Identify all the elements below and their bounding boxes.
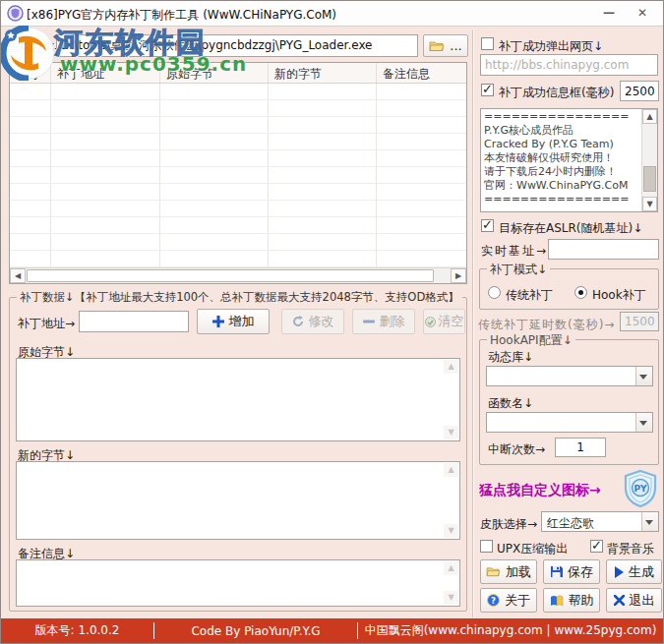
upx-label: UPX压缩输出	[497, 541, 568, 557]
patch-data-group-title: 补丁数据↓【补丁地址最大支持100个、总补丁数据最大支持2048字节、支持OD格…	[17, 290, 462, 305]
dll-combobox[interactable]	[486, 366, 653, 386]
column-header[interactable]: 原始字节	[160, 63, 269, 83]
table-row[interactable]	[10, 201, 466, 217]
exit-button-label: 退出	[630, 592, 655, 610]
about-button[interactable]: ? 关于	[480, 588, 537, 613]
open-folder-icon	[429, 40, 445, 52]
music-checkbox[interactable]	[590, 540, 603, 553]
table-row[interactable]	[10, 234, 466, 251]
horizontal-scroll-thumb[interactable]	[27, 269, 434, 282]
target-path-input[interactable]	[56, 34, 418, 57]
minimize-button[interactable]: —	[594, 1, 624, 26]
close-x-icon	[614, 595, 625, 606]
vertical-scroll-thumb[interactable]	[643, 166, 656, 192]
patch-table-body	[10, 84, 466, 267]
delete-button[interactable]: 删除	[352, 309, 415, 334]
save-button[interactable]: 保存	[543, 559, 600, 584]
scroll-left-icon[interactable]: ◀	[10, 268, 26, 283]
scroll-down-icon[interactable]: ▼	[642, 197, 657, 211]
clear-icon	[425, 317, 436, 327]
book-icon	[550, 595, 564, 607]
custom-icon-label[interactable]: 猛点我自定义图标→	[479, 482, 601, 499]
patch-mode-group: 补丁模式↓ 传统补丁 Hook补丁	[479, 268, 659, 310]
question-mark-icon: ?	[487, 594, 500, 607]
patch-address-input[interactable]	[79, 311, 189, 332]
browse-button[interactable]: ...	[423, 34, 468, 57]
generate-button[interactable]: 生成	[606, 559, 662, 584]
skin-label: 皮肤选择→	[480, 516, 537, 533]
note-textarea[interactable]: ▲▼	[16, 559, 460, 607]
exit-button[interactable]: 退出	[606, 588, 662, 613]
pyg-shield-icon[interactable]: PY	[622, 469, 659, 508]
generate-button-label: 生成	[629, 563, 654, 581]
scroll-up-icon[interactable]: ▲	[444, 561, 458, 575]
table-row[interactable]	[10, 251, 466, 267]
scroll-up-icon[interactable]: ▲	[642, 109, 657, 124]
chevron-down-icon	[639, 375, 647, 383]
aslr-checkbox[interactable]	[481, 219, 494, 232]
add-button[interactable]: 增加	[197, 309, 270, 334]
clear-button[interactable]: 清空	[423, 309, 465, 334]
play-icon	[614, 566, 624, 578]
table-row[interactable]	[10, 84, 466, 100]
skin-combobox[interactable]: 红尘恋歌	[541, 511, 659, 532]
table-row[interactable]	[10, 150, 466, 167]
func-label: 函数名↓	[488, 395, 533, 412]
popup-web-checkbox[interactable]	[481, 37, 494, 50]
column-header[interactable]: 新的字节	[269, 63, 377, 83]
column-header[interactable]: 补丁地址	[51, 63, 160, 83]
scroll-down-icon[interactable]: ▼	[444, 591, 458, 605]
column-header[interactable]: 序号	[10, 63, 51, 83]
close-button[interactable]: ✕	[628, 1, 657, 26]
plus-icon	[212, 316, 224, 327]
upx-checkbox[interactable]	[480, 540, 493, 553]
delete-button-label: 删除	[380, 313, 405, 330]
popup-web-label: 补丁成功弹出网页↓	[499, 38, 603, 55]
column-header[interactable]: 备注信息	[377, 63, 466, 83]
add-button-label: 增加	[229, 313, 255, 330]
patch-table-header: 序号补丁地址原始字节新的字节备注信息	[10, 63, 466, 84]
table-row[interactable]	[10, 100, 466, 117]
scroll-right-icon[interactable]: ▶	[451, 268, 466, 283]
base-address-input[interactable]	[548, 239, 659, 260]
horizontal-scrollbar[interactable]: ◀ ▶	[10, 267, 466, 283]
message-vertical-scrollbar[interactable]: ▲ ▼	[641, 109, 657, 211]
table-row[interactable]	[10, 217, 466, 234]
scroll-up-icon[interactable]: ▲	[444, 463, 458, 477]
modify-button[interactable]: 修改	[281, 309, 344, 334]
hook-patch-radio[interactable]	[574, 286, 587, 299]
url-input[interactable]	[480, 54, 658, 76]
new-bytes-textarea[interactable]: ▲▼	[16, 461, 460, 540]
minus-icon	[363, 316, 375, 327]
music-label: 背景音乐	[607, 541, 654, 557]
hookapi-group-title: HookAPI配置↓	[487, 332, 575, 349]
traditional-patch-radio[interactable]	[488, 286, 501, 299]
chevron-down-icon	[645, 520, 653, 529]
func-combobox[interactable]	[486, 412, 653, 433]
table-row[interactable]	[10, 167, 466, 184]
dll-label: 动态库↓	[488, 349, 533, 366]
patch-mode-group-title: 补丁模式↓	[487, 262, 550, 278]
help-button[interactable]: 帮助	[543, 588, 600, 613]
scroll-down-icon[interactable]: ▼	[444, 524, 458, 538]
base-address-label: 实时基址→	[481, 243, 548, 260]
table-row[interactable]	[10, 117, 466, 134]
chevron-down-icon	[639, 421, 647, 430]
title-bar: [x86]PYG官方内存补丁制作工具 (WwW.CHiNaPYG.CoM) — …	[1, 1, 663, 27]
original-bytes-textarea[interactable]: ▲▼	[16, 358, 460, 441]
load-button-label: 加载	[506, 563, 531, 581]
msgbox-checkbox[interactable]	[481, 84, 494, 96]
load-button[interactable]: 加载	[480, 559, 537, 584]
msgbox-delay-input[interactable]	[620, 81, 659, 101]
skin-combobox-value: 红尘恋歌	[547, 515, 594, 532]
table-row[interactable]	[10, 134, 466, 150]
break-count-label: 中断次数→	[488, 441, 545, 458]
scroll-down-icon[interactable]: ▼	[444, 426, 458, 439]
break-count-input[interactable]	[555, 438, 606, 457]
patch-table[interactable]: 序号补丁地址原始字节新的字节备注信息 ◀ ▶	[9, 62, 467, 284]
table-row[interactable]	[10, 184, 466, 201]
msgbox-label: 补丁成功信息框(毫秒)	[499, 85, 614, 101]
success-message-box[interactable]: ================ P.Y.G核心成员作品 Cracked By …	[480, 108, 658, 212]
scroll-up-icon[interactable]: ▲	[444, 360, 458, 374]
browse-button-label: ...	[450, 38, 461, 53]
